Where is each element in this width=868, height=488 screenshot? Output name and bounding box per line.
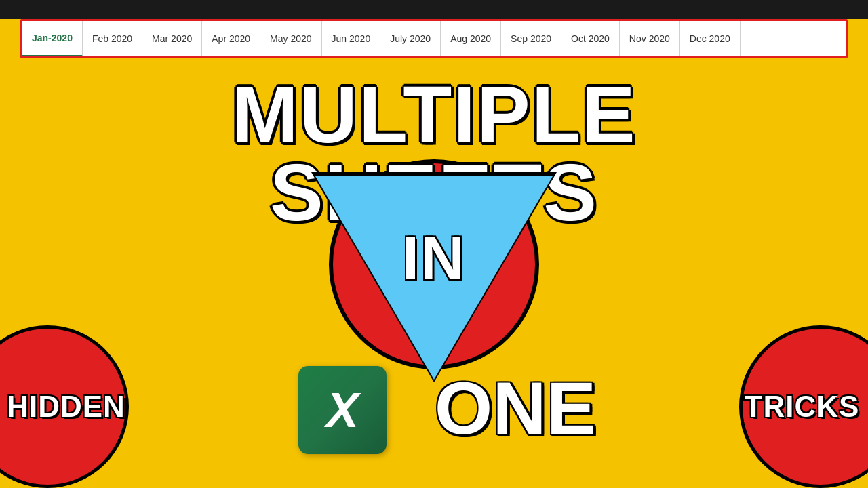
excel-logo-inner: X	[298, 366, 387, 454]
tab-oct-2020[interactable]: Oct 2020	[561, 21, 620, 56]
top-bar	[0, 0, 868, 19]
spreadsheet-bar: Jan-2020 Feb 2020 Mar 2020 Apr 2020 May …	[20, 19, 848, 58]
tab-apr-2020[interactable]: Apr 2020	[202, 21, 260, 56]
main-content: Jan-2020 Feb 2020 Mar 2020 Apr 2020 May …	[0, 0, 868, 488]
in-text: IN	[402, 224, 466, 293]
hidden-badge: HIDDEN	[0, 325, 129, 488]
tab-jun-2020[interactable]: Jun 2020	[322, 21, 381, 56]
tab-feb-2020[interactable]: Feb 2020	[83, 21, 142, 56]
tab-jan-2020[interactable]: Jan-2020	[22, 21, 83, 56]
excel-letter: X	[326, 386, 359, 434]
tab-nov-2020[interactable]: Nov 2020	[620, 21, 680, 56]
tricks-badge: TRICKS	[739, 325, 868, 488]
tab-mar-2020[interactable]: Mar 2020	[142, 21, 202, 56]
tricks-label: TRICKS	[745, 390, 868, 424]
tab-dec-2020[interactable]: Dec 2020	[680, 21, 741, 56]
tab-aug-2020[interactable]: Aug 2020	[441, 21, 501, 56]
title-multiple: MULTIPLE	[0, 75, 868, 155]
hidden-label: HIDDEN	[0, 390, 125, 424]
tab-may-2020[interactable]: May 2020	[260, 21, 321, 56]
tab-sep-2020[interactable]: Sep 2020	[501, 21, 561, 56]
excel-logo: X	[298, 366, 387, 454]
tab-july-2020[interactable]: July 2020	[380, 21, 441, 56]
one-text: ONE	[435, 365, 596, 451]
